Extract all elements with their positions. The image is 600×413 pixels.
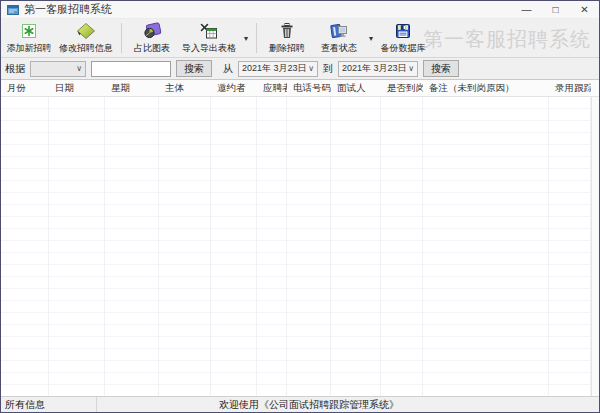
keyword-input[interactable] bbox=[91, 61, 171, 77]
grid-column-line bbox=[381, 97, 423, 396]
grid-column-line bbox=[423, 97, 549, 396]
add-recruitment-button[interactable]: 添加新招聘 bbox=[3, 20, 55, 57]
grid-column-line bbox=[331, 97, 381, 396]
table-header: 月份 日期 星期 主体 邀约者 应聘者 电话号码 面试人 是否到岗 备注（未到岗… bbox=[1, 80, 599, 97]
from-label: 从 bbox=[223, 62, 233, 76]
view-status-button[interactable]: 查看状态 bbox=[313, 20, 365, 57]
column-header-hiring-track[interactable]: 录用跟踪 bbox=[549, 80, 591, 96]
status-left-panel: 所有信息 bbox=[1, 397, 97, 412]
column-header-date[interactable]: 日期 bbox=[49, 80, 105, 96]
date-range-search-button[interactable]: 搜索 bbox=[423, 60, 459, 77]
chevron-down-icon: ∨ bbox=[308, 64, 314, 73]
column-header-inviter[interactable]: 邀约者 bbox=[211, 80, 257, 96]
toolbar-label: 占比图表 bbox=[134, 42, 170, 55]
status-book-icon bbox=[329, 22, 349, 41]
to-label: 到 bbox=[323, 62, 333, 76]
app-icon bbox=[7, 5, 19, 15]
toolbar-label: 删除招聘 bbox=[269, 42, 305, 55]
edit-icon bbox=[76, 22, 96, 41]
add-new-icon bbox=[20, 22, 38, 41]
chevron-down-icon: ∨ bbox=[408, 64, 414, 73]
filter-field-select[interactable]: ∨ bbox=[30, 61, 86, 77]
ratio-chart-button[interactable]: 占比图表 bbox=[126, 20, 178, 57]
column-header-month[interactable]: 月份 bbox=[1, 80, 49, 96]
column-header-applicant[interactable]: 应聘者 bbox=[257, 80, 287, 96]
toolbar: 添加新招聘 修改招聘信息 bbox=[1, 19, 599, 58]
pie-chart-icon bbox=[142, 22, 162, 41]
header-spacer bbox=[591, 80, 599, 96]
filter-bar: 根据 ∨ 搜索 从 2021年 3月23日 ∨ 到 2021年 3月23日 ∨ … bbox=[1, 58, 599, 80]
grid-column-line bbox=[211, 97, 257, 396]
column-header-interviewer[interactable]: 面试人 bbox=[331, 80, 381, 96]
close-button[interactable]: ✕ bbox=[570, 1, 599, 18]
grid-column-line bbox=[49, 97, 105, 396]
grid-column-line bbox=[159, 97, 211, 396]
view-status-dropdown-arrow-icon[interactable]: ▾ bbox=[365, 34, 377, 43]
grid-column-line bbox=[1, 97, 49, 396]
delete-recruitment-button[interactable]: 删除招聘 bbox=[261, 20, 313, 57]
backup-database-button[interactable]: 备份数据库 bbox=[377, 20, 429, 57]
toolbar-separator bbox=[256, 23, 257, 53]
status-bar: 所有信息 欢迎使用《公司面试招聘跟踪管理系统》 bbox=[1, 396, 599, 412]
watermark-text: 第一客服招聘系统 bbox=[423, 26, 591, 53]
column-header-attended[interactable]: 是否到岗 bbox=[381, 80, 423, 96]
window-title: 第一客服招聘系统 bbox=[24, 2, 112, 17]
column-header-remarks[interactable]: 备注（未到岗原因） bbox=[423, 80, 549, 96]
grid-column-line bbox=[549, 97, 591, 396]
status-message: 欢迎使用《公司面试招聘跟踪管理系统》 bbox=[219, 398, 399, 412]
import-export-button[interactable]: 导入导出表格 bbox=[178, 20, 240, 57]
column-header-phone[interactable]: 电话号码 bbox=[287, 80, 331, 96]
trash-icon bbox=[278, 22, 296, 41]
column-header-weekday[interactable]: 星期 bbox=[105, 80, 159, 96]
to-date-value: 2021年 3月23日 bbox=[342, 62, 407, 75]
minimize-button[interactable]: — bbox=[512, 1, 541, 18]
toolbar-separator bbox=[121, 23, 122, 53]
search-button[interactable]: 搜索 bbox=[176, 60, 212, 77]
to-date-picker[interactable]: 2021年 3月23日 ∨ bbox=[338, 61, 418, 77]
chevron-down-icon: ∨ bbox=[76, 64, 82, 73]
from-date-picker[interactable]: 2021年 3月23日 ∨ bbox=[238, 61, 318, 77]
toolbar-label: 查看状态 bbox=[321, 42, 357, 55]
import-export-dropdown-arrow-icon[interactable]: ▾ bbox=[240, 34, 252, 43]
grid-column-line bbox=[257, 97, 287, 396]
app-window: 第一客服招聘系统 — □ ✕ 添加新招聘 bbox=[0, 0, 600, 413]
empty-grid[interactable] bbox=[1, 97, 591, 396]
maximize-button[interactable]: □ bbox=[541, 1, 570, 18]
toolbar-label: 修改招聘信息 bbox=[59, 42, 113, 55]
grid-column-line bbox=[287, 97, 331, 396]
floppy-disk-icon bbox=[394, 22, 412, 41]
edit-recruitment-button[interactable]: 修改招聘信息 bbox=[55, 20, 117, 57]
vertical-scrollbar[interactable] bbox=[591, 97, 599, 396]
filter-by-label: 根据 bbox=[5, 62, 25, 76]
toolbar-label: 导入导出表格 bbox=[182, 42, 236, 55]
grid-column-line bbox=[105, 97, 159, 396]
from-date-value: 2021年 3月23日 bbox=[242, 62, 307, 75]
title-bar: 第一客服招聘系统 — □ ✕ bbox=[1, 1, 599, 19]
toolbar-label: 备份数据库 bbox=[381, 42, 426, 55]
table-body[interactable] bbox=[1, 97, 599, 396]
column-header-subject[interactable]: 主体 bbox=[159, 80, 211, 96]
import-export-icon bbox=[199, 22, 219, 41]
toolbar-label: 添加新招聘 bbox=[7, 42, 52, 55]
